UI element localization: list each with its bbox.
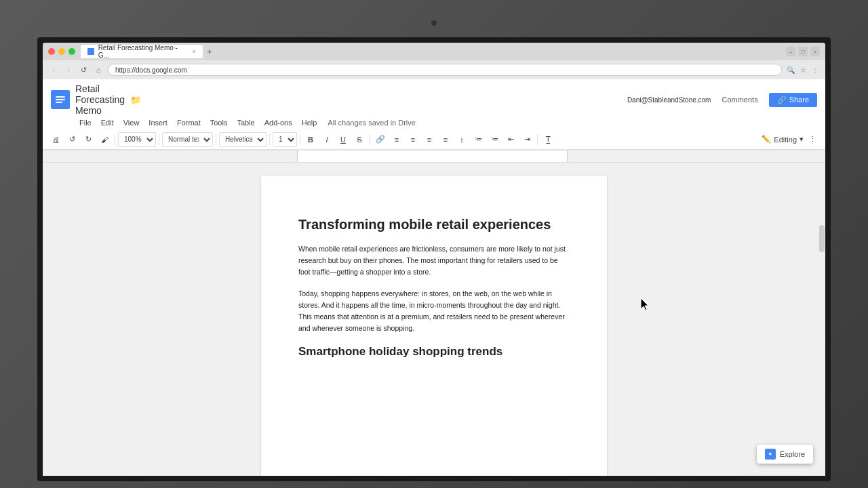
- minimize-window-button[interactable]: [58, 48, 65, 55]
- document-page: Transforming mobile retail experiences W…: [261, 176, 607, 476]
- maximize-window-button[interactable]: [68, 48, 75, 55]
- tab-title: Retail Forecasting Memo - G...: [98, 44, 187, 59]
- tab-close-button[interactable]: ×: [193, 48, 196, 55]
- numbered-list-button[interactable]: ≔: [487, 132, 502, 147]
- bullet-list-button[interactable]: ≔: [471, 132, 486, 147]
- comments-button[interactable]: Comments: [716, 94, 763, 106]
- toolbar-sep-3: [216, 134, 216, 145]
- chevron-down-icon: ▾: [800, 135, 804, 144]
- explore-label: Explore: [780, 450, 805, 458]
- editing-mode-button[interactable]: ✏️ Editing ▾: [762, 135, 804, 144]
- docs-logo-lines: [56, 96, 65, 103]
- menu-table[interactable]: Table: [233, 117, 258, 128]
- address-bar-icons: 🔍 ☆ ⋮: [786, 65, 820, 75]
- close-window-button[interactable]: [48, 48, 55, 55]
- address-bar: ‹ › ↺ ⌂ 🔍 ☆ ⋮: [43, 60, 825, 79]
- bold-button[interactable]: B: [303, 132, 318, 147]
- pencil-icon: ✏️: [762, 135, 771, 144]
- ruler-inner: [297, 150, 568, 162]
- menu-edit[interactable]: Edit: [97, 117, 118, 128]
- settings-icon[interactable]: ⋮: [810, 65, 820, 75]
- monitor-bezel: Retail Forecasting Memo - G... × + – □ ×…: [37, 37, 831, 481]
- browser-tabs: Retail Forecasting Memo - G... × +: [81, 45, 786, 58]
- document-heading-2: Smartphone holiday shopping trends: [298, 345, 570, 359]
- scrollbar-track[interactable]: [818, 163, 825, 476]
- indent-less-button[interactable]: ⇤: [503, 132, 518, 147]
- toolbar-sep-7: [537, 134, 538, 145]
- toolbar-sep-6: [370, 134, 370, 145]
- docs-logo-line-1: [56, 96, 65, 98]
- menu-insert[interactable]: Insert: [144, 117, 172, 128]
- browser-window: Retail Forecasting Memo - G... × + – □ ×…: [43, 43, 825, 476]
- docs-logo-line-3: [56, 102, 62, 103]
- align-right-button[interactable]: ≡: [422, 132, 437, 147]
- explore-button[interactable]: ✦ Explore: [757, 445, 813, 464]
- new-tab-button[interactable]: +: [204, 46, 215, 57]
- home-button[interactable]: ⌂: [93, 64, 104, 75]
- docs-menu-row: File Edit View Insert Format Tools Table…: [43, 117, 825, 129]
- document-paragraph-1[interactable]: When mobile retail experiences are frict…: [298, 243, 570, 277]
- webcam-indicator: [431, 20, 437, 26]
- editing-label: Editing: [774, 136, 797, 144]
- menu-format[interactable]: Format: [173, 117, 205, 128]
- share-label: Share: [789, 96, 809, 104]
- share-icon: 🔗: [777, 96, 787, 104]
- minimize-btn[interactable]: –: [786, 47, 795, 56]
- line-spacing-button[interactable]: ↕: [454, 132, 469, 147]
- active-tab[interactable]: Retail Forecasting Memo - G... ×: [81, 45, 203, 58]
- bookmark-icon[interactable]: ☆: [798, 65, 808, 75]
- undo-button[interactable]: ↺: [64, 132, 79, 147]
- docs-title-row: Retail Forecasting Memo 📁 Dani@Stableand…: [43, 79, 825, 117]
- toolbar-sep-2: [159, 134, 159, 145]
- toolbar-sep-4: [269, 134, 270, 145]
- folder-icon[interactable]: 📁: [130, 95, 141, 105]
- browser-title-bar: Retail Forecasting Memo - G... × + – □ ×: [43, 43, 825, 60]
- ruler: [43, 150, 825, 163]
- paint-format-button[interactable]: 🖌: [97, 132, 112, 147]
- menu-view[interactable]: View: [119, 117, 144, 128]
- document-content-area[interactable]: Transforming mobile retail experiences W…: [43, 163, 825, 476]
- menu-help[interactable]: Help: [298, 117, 321, 128]
- forward-button[interactable]: ›: [63, 64, 74, 75]
- document-paragraph-2[interactable]: Today, shopping happens everywhere: in s…: [298, 288, 570, 333]
- saved-status: All changes saved in Drive: [328, 119, 416, 127]
- redo-button[interactable]: ↻: [81, 132, 96, 147]
- document-heading-1: Transforming mobile retail experiences: [298, 217, 570, 232]
- align-center-button[interactable]: ≡: [406, 132, 420, 147]
- zoom-select[interactable]: 100%: [118, 132, 156, 147]
- restore-btn[interactable]: □: [798, 47, 808, 56]
- search-icon: 🔍: [786, 65, 795, 75]
- explore-icon: ✦: [765, 449, 776, 460]
- refresh-button[interactable]: ↺: [78, 64, 89, 75]
- font-select[interactable]: Helvetica ...: [219, 132, 267, 147]
- style-select[interactable]: Normal text: [162, 132, 213, 147]
- indent-more-button[interactable]: ⇥: [519, 132, 534, 147]
- link-button[interactable]: 🔗: [373, 132, 388, 147]
- formatting-toolbar: 🖨 ↺ ↻ 🖌 100% Normal text Helvetica ...: [43, 129, 825, 150]
- menu-file[interactable]: File: [75, 117, 96, 128]
- share-button[interactable]: 🔗 Share: [769, 93, 817, 107]
- more-tools-button[interactable]: ⋮: [805, 132, 820, 147]
- align-justify-button[interactable]: ≡: [438, 132, 453, 147]
- window-controls: – □ ×: [786, 47, 820, 56]
- close-btn[interactable]: ×: [810, 47, 820, 56]
- strikethrough-button[interactable]: S: [352, 132, 367, 147]
- back-button[interactable]: ‹: [48, 64, 59, 75]
- print-button[interactable]: 🖨: [48, 132, 63, 147]
- scrollbar-thumb[interactable]: [819, 225, 825, 252]
- italic-button[interactable]: I: [319, 132, 334, 147]
- underline-button[interactable]: U: [336, 132, 351, 147]
- align-left-button[interactable]: ≡: [389, 132, 404, 147]
- document-title[interactable]: Retail Forecasting Memo: [75, 83, 125, 116]
- docs-logo: [51, 90, 70, 109]
- tab-favicon: [87, 48, 94, 55]
- docs-header-right: Dani@StableandStone.com Comments 🔗 Share: [627, 93, 817, 107]
- user-email: Dani@StableandStone.com: [627, 96, 711, 104]
- docs-header: Retail Forecasting Memo 📁 Dani@Stableand…: [43, 79, 825, 150]
- menu-addons[interactable]: Add-ons: [260, 117, 296, 128]
- menu-tools[interactable]: Tools: [206, 117, 232, 128]
- clear-format-button[interactable]: T̲: [540, 132, 555, 147]
- font-size-select[interactable]: 14: [273, 132, 297, 147]
- docs-logo-line-2: [56, 99, 65, 100]
- url-input[interactable]: [108, 64, 782, 76]
